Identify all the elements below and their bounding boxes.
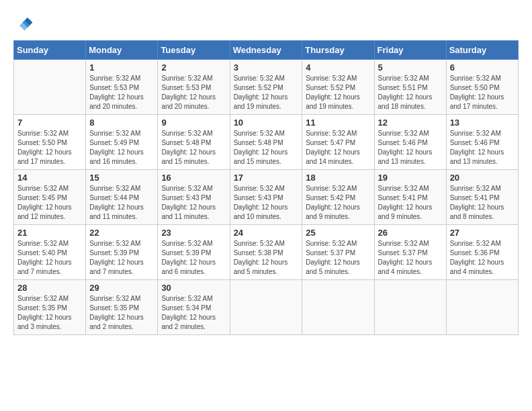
calendar-cell: 4Sunrise: 5:32 AM Sunset: 5:52 PM Daylig… [302, 60, 374, 115]
calendar-cell [230, 280, 302, 335]
calendar-cell [302, 280, 374, 335]
calendar-cell: 19Sunrise: 5:32 AM Sunset: 5:41 PM Dayli… [374, 170, 446, 225]
day-number: 25 [306, 228, 370, 238]
calendar-cell: 9Sunrise: 5:32 AM Sunset: 5:48 PM Daylig… [158, 115, 230, 170]
calendar-cell [374, 280, 446, 335]
day-info: Sunrise: 5:32 AM Sunset: 5:53 PM Dayligh… [161, 74, 226, 111]
day-info: Sunrise: 5:32 AM Sunset: 5:48 PM Dayligh… [161, 129, 226, 167]
day-info: Sunrise: 5:32 AM Sunset: 5:47 PM Dayligh… [306, 129, 370, 167]
day-number: 13 [450, 118, 515, 128]
day-header-monday: Monday [86, 41, 158, 60]
day-info: Sunrise: 5:32 AM Sunset: 5:53 PM Dayligh… [89, 74, 154, 111]
calendar-cell: 12Sunrise: 5:32 AM Sunset: 5:46 PM Dayli… [374, 115, 446, 170]
calendar-cell: 15Sunrise: 5:32 AM Sunset: 5:44 PM Dayli… [86, 170, 158, 225]
day-number: 20 [450, 173, 515, 183]
calendar-cell [446, 280, 518, 335]
day-info: Sunrise: 5:32 AM Sunset: 5:50 PM Dayligh… [17, 129, 82, 167]
day-info: Sunrise: 5:32 AM Sunset: 5:43 PM Dayligh… [234, 184, 299, 222]
calendar-cell: 20Sunrise: 5:32 AM Sunset: 5:41 PM Dayli… [446, 170, 518, 225]
day-number: 26 [378, 228, 443, 238]
day-number: 10 [234, 118, 299, 128]
day-header-sunday: Sunday [14, 41, 86, 60]
day-info: Sunrise: 5:32 AM Sunset: 5:45 PM Dayligh… [17, 184, 82, 222]
day-number: 22 [89, 228, 154, 238]
day-info: Sunrise: 5:32 AM Sunset: 5:44 PM Dayligh… [89, 184, 154, 222]
day-info: Sunrise: 5:32 AM Sunset: 5:46 PM Dayligh… [378, 129, 443, 167]
day-info: Sunrise: 5:32 AM Sunset: 5:42 PM Dayligh… [306, 184, 370, 222]
calendar-cell: 11Sunrise: 5:32 AM Sunset: 5:47 PM Dayli… [302, 115, 374, 170]
day-info: Sunrise: 5:32 AM Sunset: 5:37 PM Dayligh… [306, 239, 370, 277]
day-number: 24 [234, 228, 299, 238]
day-info: Sunrise: 5:32 AM Sunset: 5:41 PM Dayligh… [378, 184, 443, 222]
calendar-cell: 16Sunrise: 5:32 AM Sunset: 5:43 PM Dayli… [158, 170, 230, 225]
day-number: 12 [378, 118, 443, 128]
day-number: 6 [450, 62, 515, 73]
calendar-cell: 22Sunrise: 5:32 AM Sunset: 5:39 PM Dayli… [86, 225, 158, 280]
day-number: 7 [17, 118, 82, 128]
day-header-tuesday: Tuesday [158, 41, 230, 60]
calendar-cell: 30Sunrise: 5:32 AM Sunset: 5:34 PM Dayli… [158, 280, 230, 335]
day-number: 9 [161, 118, 226, 128]
calendar-cell: 25Sunrise: 5:32 AM Sunset: 5:37 PM Dayli… [302, 225, 374, 280]
calendar-header-row: SundayMondayTuesdayWednesdayThursdayFrid… [14, 41, 519, 60]
logo [13, 13, 36, 34]
day-info: Sunrise: 5:32 AM Sunset: 5:36 PM Dayligh… [450, 239, 515, 277]
day-number: 18 [306, 173, 370, 183]
day-info: Sunrise: 5:32 AM Sunset: 5:50 PM Dayligh… [450, 74, 515, 111]
calendar-cell: 3Sunrise: 5:32 AM Sunset: 5:52 PM Daylig… [230, 60, 302, 115]
day-info: Sunrise: 5:32 AM Sunset: 5:35 PM Dayligh… [89, 294, 154, 332]
day-header-wednesday: Wednesday [230, 41, 302, 60]
calendar-week-row: 7Sunrise: 5:32 AM Sunset: 5:50 PM Daylig… [14, 115, 519, 170]
calendar-cell: 5Sunrise: 5:32 AM Sunset: 5:51 PM Daylig… [374, 60, 446, 115]
day-number: 19 [378, 173, 443, 183]
logo-icon [13, 13, 34, 34]
day-number: 3 [234, 62, 299, 73]
page-header [13, 13, 519, 34]
day-number: 29 [89, 283, 154, 293]
calendar-week-row: 21Sunrise: 5:32 AM Sunset: 5:40 PM Dayli… [14, 225, 519, 280]
calendar-cell: 26Sunrise: 5:32 AM Sunset: 5:37 PM Dayli… [374, 225, 446, 280]
day-info: Sunrise: 5:32 AM Sunset: 5:41 PM Dayligh… [450, 184, 515, 222]
day-info: Sunrise: 5:32 AM Sunset: 5:52 PM Dayligh… [234, 74, 299, 111]
day-number: 21 [17, 228, 82, 238]
calendar-cell: 27Sunrise: 5:32 AM Sunset: 5:36 PM Dayli… [446, 225, 518, 280]
day-info: Sunrise: 5:32 AM Sunset: 5:37 PM Dayligh… [378, 239, 443, 277]
calendar-table: SundayMondayTuesdayWednesdayThursdayFrid… [13, 40, 519, 335]
day-info: Sunrise: 5:32 AM Sunset: 5:43 PM Dayligh… [161, 184, 226, 222]
day-number: 27 [450, 228, 515, 238]
day-number: 17 [234, 173, 299, 183]
day-number: 30 [161, 283, 226, 293]
day-number: 14 [17, 173, 82, 183]
day-info: Sunrise: 5:32 AM Sunset: 5:39 PM Dayligh… [161, 239, 226, 277]
calendar-cell: 6Sunrise: 5:32 AM Sunset: 5:50 PM Daylig… [446, 60, 518, 115]
day-number: 5 [378, 62, 443, 73]
calendar-cell: 24Sunrise: 5:32 AM Sunset: 5:38 PM Dayli… [230, 225, 302, 280]
day-header-thursday: Thursday [302, 41, 374, 60]
day-header-friday: Friday [374, 41, 446, 60]
day-info: Sunrise: 5:32 AM Sunset: 5:35 PM Dayligh… [17, 294, 82, 332]
day-info: Sunrise: 5:32 AM Sunset: 5:48 PM Dayligh… [234, 129, 299, 167]
calendar-cell: 7Sunrise: 5:32 AM Sunset: 5:50 PM Daylig… [14, 115, 86, 170]
day-number: 4 [306, 62, 370, 73]
calendar-cell: 18Sunrise: 5:32 AM Sunset: 5:42 PM Dayli… [302, 170, 374, 225]
calendar-cell: 2Sunrise: 5:32 AM Sunset: 5:53 PM Daylig… [158, 60, 230, 115]
day-number: 2 [161, 62, 226, 73]
day-info: Sunrise: 5:32 AM Sunset: 5:49 PM Dayligh… [89, 129, 154, 167]
calendar-cell: 10Sunrise: 5:32 AM Sunset: 5:48 PM Dayli… [230, 115, 302, 170]
day-info: Sunrise: 5:32 AM Sunset: 5:46 PM Dayligh… [450, 129, 515, 167]
day-number: 1 [89, 62, 154, 73]
calendar-week-row: 1Sunrise: 5:32 AM Sunset: 5:53 PM Daylig… [14, 60, 519, 115]
day-info: Sunrise: 5:32 AM Sunset: 5:34 PM Dayligh… [161, 294, 226, 332]
day-number: 8 [89, 118, 154, 128]
day-number: 28 [17, 283, 82, 293]
day-info: Sunrise: 5:32 AM Sunset: 5:39 PM Dayligh… [89, 239, 154, 277]
day-number: 11 [306, 118, 370, 128]
calendar-cell: 17Sunrise: 5:32 AM Sunset: 5:43 PM Dayli… [230, 170, 302, 225]
day-number: 15 [89, 173, 154, 183]
calendar-week-row: 14Sunrise: 5:32 AM Sunset: 5:45 PM Dayli… [14, 170, 519, 225]
day-header-saturday: Saturday [446, 41, 518, 60]
day-info: Sunrise: 5:32 AM Sunset: 5:52 PM Dayligh… [306, 74, 370, 111]
calendar-cell: 28Sunrise: 5:32 AM Sunset: 5:35 PM Dayli… [14, 280, 86, 335]
calendar-cell: 1Sunrise: 5:32 AM Sunset: 5:53 PM Daylig… [86, 60, 158, 115]
day-number: 23 [161, 228, 226, 238]
